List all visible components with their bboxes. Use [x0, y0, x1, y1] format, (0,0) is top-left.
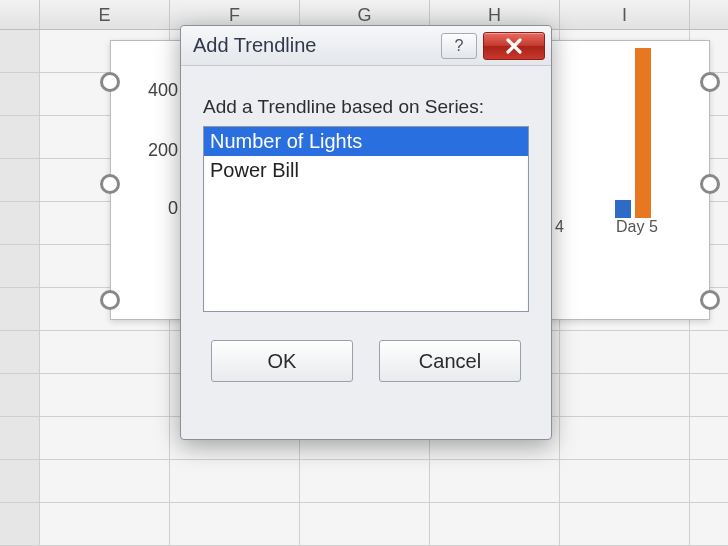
series-listbox[interactable]: Number of Lights Power Bill — [203, 126, 529, 312]
bar-power-bill-day5 — [635, 48, 651, 218]
chart-handle[interactable] — [700, 72, 720, 92]
chart-ytick-400: 400 — [138, 80, 178, 101]
close-icon — [505, 38, 523, 54]
chart-ytick-200: 200 — [138, 140, 178, 161]
close-button[interactable] — [483, 32, 545, 60]
ok-button[interactable]: OK — [211, 340, 353, 382]
col-header-e[interactable]: E — [40, 0, 170, 29]
col-header-blank — [0, 0, 40, 29]
chart-handle[interactable] — [100, 290, 120, 310]
chart-handle[interactable] — [100, 72, 120, 92]
chart-handle[interactable] — [700, 174, 720, 194]
chart-xtick-day5: Day 5 — [616, 218, 658, 236]
dialog-title: Add Trendline — [193, 34, 437, 57]
dialog-titlebar[interactable]: Add Trendline ? — [181, 26, 551, 66]
cancel-button[interactable]: Cancel — [379, 340, 521, 382]
add-trendline-dialog: Add Trendline ? Add a Trendline based on… — [180, 25, 552, 440]
chart-bars-visible — [555, 58, 715, 218]
col-header-j[interactable]: J — [690, 0, 728, 29]
chart-handle[interactable] — [700, 290, 720, 310]
chart-handle[interactable] — [100, 174, 120, 194]
chart-xtick-partial: 4 — [555, 218, 564, 236]
col-header-i[interactable]: I — [560, 0, 690, 29]
help-icon: ? — [455, 37, 464, 55]
series-option-number-of-lights[interactable]: Number of Lights — [204, 127, 528, 156]
chart-ytick-0: 0 — [138, 198, 178, 219]
series-option-power-bill[interactable]: Power Bill — [204, 156, 528, 185]
help-button[interactable]: ? — [441, 33, 477, 59]
dialog-prompt: Add a Trendline based on Series: — [203, 96, 529, 118]
bar-number-of-lights-day5 — [615, 200, 631, 218]
